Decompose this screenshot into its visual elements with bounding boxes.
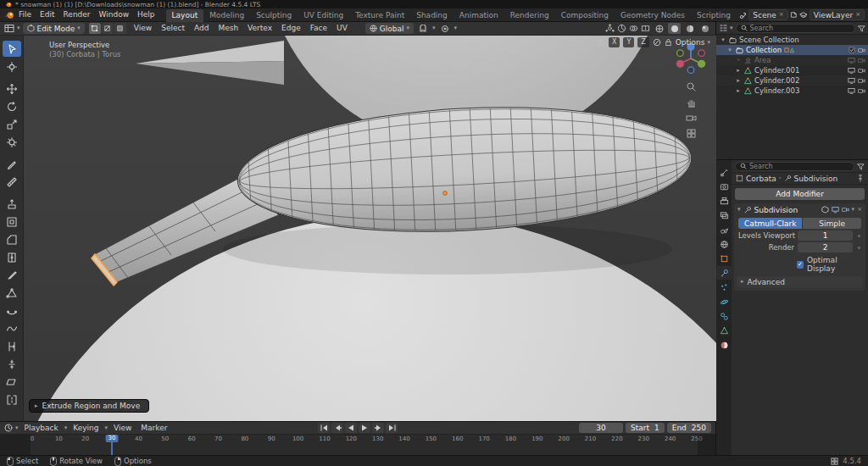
shading-material-button[interactable] bbox=[683, 23, 696, 34]
viewlayer-selector[interactable]: ViewLayer × bbox=[810, 9, 865, 20]
shading-wireframe-button[interactable] bbox=[653, 23, 665, 34]
menu-file[interactable]: File bbox=[14, 8, 36, 21]
workspace-tab-sculpting[interactable]: Sculpting bbox=[250, 9, 298, 22]
knife-tool-button[interactable] bbox=[3, 267, 21, 283]
prev-keyframe-button[interactable] bbox=[331, 423, 343, 433]
vertex-select-button[interactable] bbox=[89, 23, 101, 34]
measure-tool-button[interactable] bbox=[3, 174, 21, 190]
annotate-tool-button[interactable] bbox=[3, 156, 21, 172]
properties-tab-scene[interactable] bbox=[716, 223, 732, 236]
properties-tab-view-layer[interactable] bbox=[716, 208, 732, 222]
workspace-tab-modeling[interactable]: Modeling bbox=[203, 9, 250, 22]
viewport-menu-select[interactable]: Select bbox=[158, 22, 188, 35]
outliner-editor-type-icon[interactable] bbox=[719, 24, 727, 32]
properties-tab-object[interactable] bbox=[716, 252, 732, 265]
workspace-tab-animation[interactable]: Animation bbox=[453, 9, 504, 22]
expand-icon[interactable]: ▸ bbox=[735, 87, 742, 94]
viewport-menu-view[interactable]: View bbox=[131, 22, 155, 35]
filter-icon[interactable] bbox=[858, 25, 865, 32]
camera-view-icon[interactable] bbox=[686, 114, 697, 123]
zoom-icon[interactable] bbox=[686, 81, 697, 92]
shear-tool-button[interactable] bbox=[3, 374, 21, 390]
outliner-row-cylinder-002[interactable]: ▸ Cylinder.002 bbox=[716, 75, 868, 86]
viewport-options-dropdown[interactable]: Options ▾ bbox=[676, 38, 710, 47]
object-origin[interactable] bbox=[443, 191, 448, 196]
menu-window[interactable]: Window bbox=[95, 8, 134, 21]
edge-slide-tool-button[interactable] bbox=[3, 338, 21, 354]
spin-tool-button[interactable] bbox=[3, 302, 21, 319]
outliner-row-area[interactable]: • Area bbox=[716, 55, 868, 65]
viewport-menu-mesh[interactable]: Mesh bbox=[214, 22, 242, 35]
move-tool-button[interactable] bbox=[3, 80, 21, 97]
toggle-perspective-icon[interactable] bbox=[686, 128, 697, 139]
scene-selector[interactable]: Scene × bbox=[748, 9, 787, 20]
scene-unlink-icon[interactable]: × bbox=[779, 12, 784, 18]
realtime-display-toggle-icon[interactable] bbox=[832, 206, 839, 214]
catmull-clark-button[interactable]: Catmull-Clark bbox=[738, 218, 802, 229]
simple-button[interactable]: Simple bbox=[803, 218, 861, 229]
timeline-menu-marker[interactable]: Marker bbox=[137, 422, 170, 435]
mode-selector[interactable]: Edit Mode ▾ bbox=[23, 23, 85, 34]
expand-icon[interactable]: ▾ bbox=[726, 47, 733, 53]
editor-type-dropdown-icon[interactable]: ▾ bbox=[17, 25, 20, 31]
menu-edit[interactable]: Edit bbox=[36, 8, 58, 21]
breadcrumb-object-name[interactable]: Corbata bbox=[746, 175, 776, 183]
properties-tab-output[interactable] bbox=[716, 194, 732, 208]
inset-tool-button[interactable] bbox=[3, 214, 21, 230]
mirror-z-button[interactable]: Z bbox=[637, 37, 648, 47]
expand-icon[interactable]: ▸ bbox=[735, 77, 742, 84]
workspace-tab-rendering[interactable]: Rendering bbox=[504, 9, 555, 22]
scene-browse-icon[interactable] bbox=[738, 11, 747, 19]
render-levels-field[interactable]: 2 bbox=[798, 242, 853, 252]
blender-app-menu-icon[interactable] bbox=[3, 11, 14, 19]
show-overlays-icon[interactable] bbox=[629, 24, 638, 33]
edge-select-button[interactable] bbox=[102, 23, 114, 34]
toggle-xray-icon[interactable] bbox=[641, 24, 650, 33]
jump-to-start-button[interactable] bbox=[318, 423, 330, 433]
properties-tab-object-data[interactable] bbox=[716, 324, 732, 337]
next-keyframe-button[interactable] bbox=[372, 423, 384, 433]
viewport-menu-uv[interactable]: UV bbox=[333, 22, 351, 35]
timeline-menu-playback[interactable]: Playback bbox=[21, 422, 62, 435]
operator-redo-panel[interactable]: ▸ Extrude Region and Move bbox=[29, 399, 149, 413]
rotate-tool-button[interactable] bbox=[3, 98, 21, 114]
shading-solid-button[interactable] bbox=[668, 23, 681, 34]
workspace-tab-geometry-nodes[interactable]: Geometry Nodes bbox=[615, 9, 691, 22]
viewport-visibility-icon[interactable] bbox=[848, 67, 855, 74]
breadcrumb-modifier-name[interactable]: Subdivision bbox=[794, 175, 838, 183]
tweak-tool-button[interactable] bbox=[3, 41, 21, 57]
cursor-tool-button[interactable] bbox=[3, 58, 21, 75]
menu-help[interactable]: Help bbox=[133, 8, 159, 21]
playhead-frame-label[interactable]: 30 bbox=[106, 435, 119, 442]
editor-type-icon[interactable] bbox=[4, 24, 14, 33]
render-visibility-icon[interactable] bbox=[858, 47, 865, 53]
poly-build-tool-button[interactable] bbox=[3, 285, 21, 301]
proportional-editing-icon[interactable] bbox=[438, 23, 452, 35]
new-scene-icon[interactable] bbox=[790, 11, 798, 19]
loop-cut-tool-button[interactable] bbox=[3, 249, 21, 265]
frame-end-field[interactable]: End 250 bbox=[667, 423, 711, 433]
viewport-menu-edge[interactable]: Edge bbox=[278, 22, 304, 35]
properties-tab-material[interactable] bbox=[716, 338, 732, 352]
outliner-row-cylinder-001[interactable]: ▸ Cylinder.001 bbox=[716, 65, 868, 75]
outliner-row-scene-collection[interactable]: ▾ Scene Collection bbox=[716, 35, 868, 45]
lock-icon[interactable] bbox=[665, 38, 672, 47]
mirror-y-button[interactable]: Y bbox=[623, 37, 634, 47]
filter-icon[interactable] bbox=[857, 163, 865, 170]
menu-render[interactable]: Render bbox=[59, 8, 95, 21]
pan-hand-icon[interactable] bbox=[686, 97, 697, 108]
properties-search-input[interactable]: Search bbox=[735, 162, 854, 171]
proportional-dropdown-icon[interactable]: ▾ bbox=[454, 25, 458, 31]
workspace-tab-uv-editing[interactable]: UV Editing bbox=[298, 9, 349, 22]
viewport-visibility-icon[interactable] bbox=[848, 87, 855, 94]
properties-tab-render[interactable] bbox=[716, 180, 732, 193]
face-select-button[interactable] bbox=[114, 23, 126, 34]
modifier-extras-icon[interactable]: ▾ bbox=[852, 207, 855, 213]
expand-icon[interactable]: ▾ bbox=[720, 36, 726, 43]
modifier-name-field[interactable]: Subdivision bbox=[754, 206, 798, 214]
operator-expand-icon[interactable]: ▸ bbox=[35, 403, 38, 409]
scale-tool-button[interactable] bbox=[3, 116, 21, 132]
timeline-menu-view[interactable]: View bbox=[110, 422, 135, 435]
snap-toggle-icon[interactable] bbox=[653, 38, 661, 47]
animate-dot[interactable] bbox=[856, 247, 861, 249]
